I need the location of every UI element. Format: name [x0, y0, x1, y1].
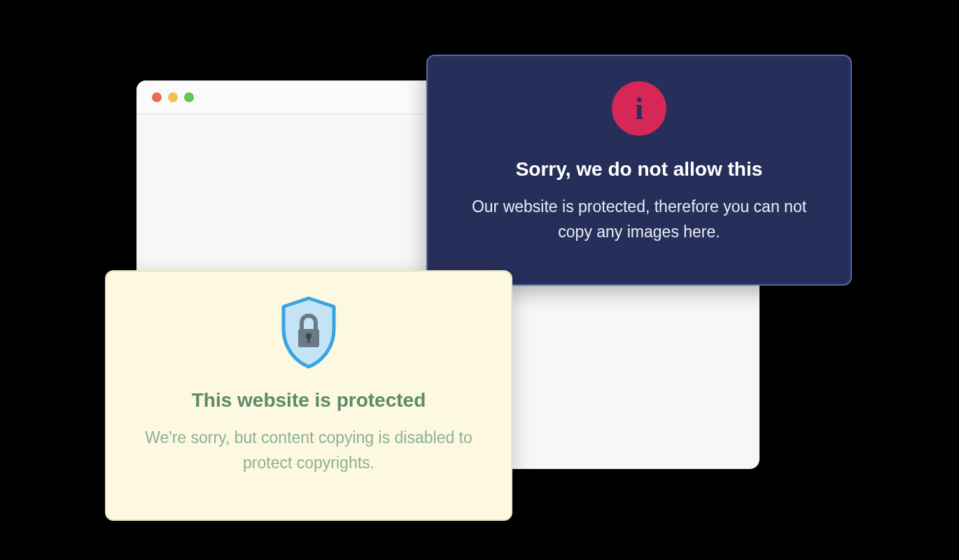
- svg-rect-2: [308, 337, 310, 343]
- modal-light-body: We're sorry, but content copying is disa…: [141, 426, 477, 475]
- copy-protection-modal-dark: i Sorry, we do not allow this Our websit…: [426, 55, 852, 286]
- modal-dark-body: Our website is protected, therefore you …: [457, 195, 821, 244]
- modal-dark-title: Sorry, we do not allow this: [516, 158, 763, 181]
- window-minimize-button[interactable]: [168, 92, 178, 102]
- window-maximize-button[interactable]: [184, 92, 194, 102]
- shield-lock-icon: [275, 295, 342, 371]
- copy-protection-modal-light: This website is protected We're sorry, b…: [105, 270, 512, 521]
- info-icon: i: [612, 81, 666, 136]
- modal-light-title: This website is protected: [192, 389, 426, 412]
- window-close-button[interactable]: [152, 92, 162, 102]
- info-glyph: i: [635, 91, 643, 127]
